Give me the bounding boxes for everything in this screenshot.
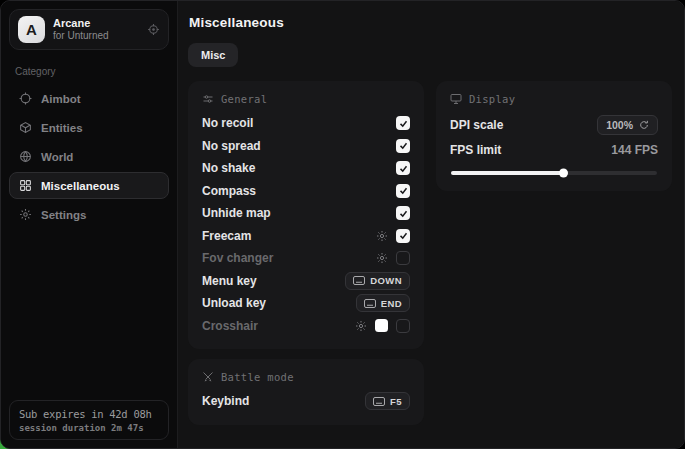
crosshair-checkbox[interactable] xyxy=(396,319,410,333)
sliders-icon xyxy=(202,93,214,105)
setting-row-unload-key: Unload key END xyxy=(202,292,410,315)
swords-icon xyxy=(202,371,214,383)
dpi-scale-value-button[interactable]: 100% xyxy=(597,115,658,135)
menu-key-keybind-button[interactable]: DOWN xyxy=(345,272,410,290)
setting-row-no-shake: No shake xyxy=(202,157,410,180)
setting-row-no-recoil: No recoil xyxy=(202,112,410,135)
crosshair-settings-gear-icon[interactable] xyxy=(355,320,367,332)
sidebar: A Arcane for Unturned Category xyxy=(1,1,178,448)
gear-icon xyxy=(19,208,32,221)
no-shake-checkbox[interactable] xyxy=(396,161,410,175)
setting-row-dpi-scale: DPI scale 100% xyxy=(450,112,658,138)
setting-row-compass: Compass xyxy=(202,180,410,203)
monitor-icon xyxy=(450,93,462,105)
sidebar-item-label: Miscellaneous xyxy=(41,180,120,192)
no-spread-checkbox[interactable] xyxy=(396,139,410,153)
target-icon[interactable] xyxy=(147,23,160,36)
fps-limit-slider[interactable] xyxy=(451,171,657,175)
fov-changer-settings-gear-icon[interactable] xyxy=(376,252,388,264)
unload-key-keybind-button[interactable]: END xyxy=(356,294,410,312)
panel-title: Battle mode xyxy=(221,371,294,383)
compass-checkbox[interactable] xyxy=(396,184,410,198)
freecam-checkbox[interactable] xyxy=(396,229,410,243)
main-content: Miscellaneous Misc General xyxy=(178,1,684,448)
arcane-window: A Arcane for Unturned Category xyxy=(0,0,685,449)
sidebar-item-entities[interactable]: Entities xyxy=(9,114,169,141)
session-duration-text: session duration 2m 47s xyxy=(19,423,159,433)
reset-refresh-icon[interactable] xyxy=(639,120,649,130)
app-header-card: A Arcane for Unturned xyxy=(9,9,169,50)
sidebar-item-label: Aimbot xyxy=(41,93,81,105)
battle-mode-keybind-button[interactable]: F5 xyxy=(365,392,410,410)
tab-bar: Misc xyxy=(188,43,669,67)
app-name: Arcane xyxy=(53,17,139,30)
crosshair-color-swatch[interactable] xyxy=(375,319,388,332)
keyboard-icon xyxy=(373,397,385,406)
sidebar-item-settings[interactable]: Settings xyxy=(9,201,169,228)
setting-row-no-spread: No spread xyxy=(202,135,410,158)
tab-misc[interactable]: Misc xyxy=(188,43,238,67)
fps-limit-value: 144 FPS xyxy=(611,143,658,157)
sidebar-item-miscellaneous[interactable]: Miscellaneous xyxy=(9,172,169,199)
sidebar-item-world[interactable]: World xyxy=(9,143,169,170)
panel-title: Display xyxy=(469,93,515,105)
setting-row-fov-changer: Fov changer xyxy=(202,247,410,270)
sidebar-item-label: Settings xyxy=(41,209,86,221)
setting-row-crosshair: Crosshair xyxy=(202,315,410,338)
globe-icon xyxy=(19,150,32,163)
fps-limit-slider-fill xyxy=(451,171,564,175)
subscription-info-card: Sub expires in 42d 08h session duration … xyxy=(9,400,169,440)
unhide-map-checkbox[interactable] xyxy=(396,206,410,220)
crosshair-icon xyxy=(19,92,32,105)
no-recoil-checkbox[interactable] xyxy=(396,116,410,130)
general-panel: General No recoil No spread xyxy=(188,81,424,349)
setting-row-keybind: Keybind F5 xyxy=(202,390,410,413)
sidebar-item-label: Entities xyxy=(41,122,83,134)
battle-mode-panel: Battle mode Keybind F5 xyxy=(188,359,424,425)
setting-row-freecam: Freecam xyxy=(202,225,410,248)
sidebar-item-label: World xyxy=(41,151,73,163)
fps-limit-slider-thumb[interactable] xyxy=(559,168,568,177)
display-panel: Display DPI scale 100% xyxy=(436,81,672,191)
fov-changer-checkbox[interactable] xyxy=(396,251,410,265)
app-subtitle: for Unturned xyxy=(53,30,139,42)
setting-row-unhide-map: Unhide map xyxy=(202,202,410,225)
page-title: Miscellaneous xyxy=(189,15,669,30)
cube-icon xyxy=(19,121,32,134)
keyboard-icon xyxy=(353,276,365,285)
sub-expiry-text: Sub expires in 42d 08h xyxy=(19,408,159,420)
panel-title: General xyxy=(221,93,267,105)
setting-row-fps-limit: FPS limit 144 FPS xyxy=(450,138,658,162)
freecam-settings-gear-icon[interactable] xyxy=(376,230,388,242)
sidebar-item-aimbot[interactable]: Aimbot xyxy=(9,85,169,112)
app-logo: A xyxy=(18,16,45,43)
keyboard-icon xyxy=(364,299,376,308)
category-label: Category xyxy=(15,66,163,77)
sidebar-nav: Aimbot Entities World xyxy=(9,85,169,228)
grid-icon xyxy=(19,179,32,192)
setting-row-menu-key: Menu key DOWN xyxy=(202,270,410,293)
